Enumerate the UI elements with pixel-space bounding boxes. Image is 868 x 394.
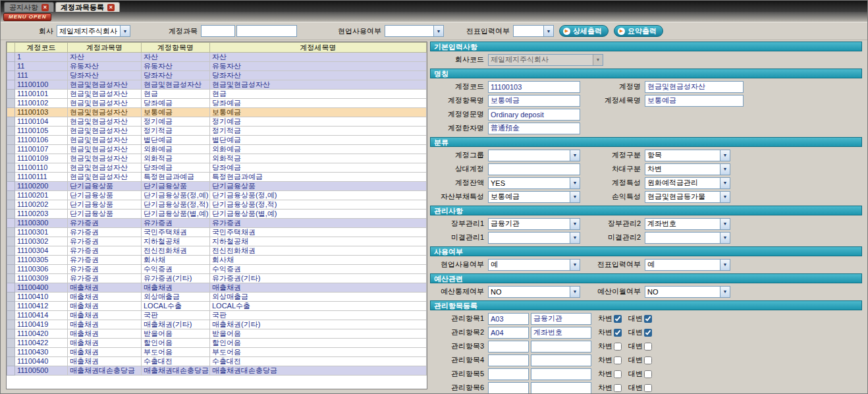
cell-subject[interactable]: 유가증권	[68, 237, 142, 246]
cell-subject[interactable]: 현금및현금성자산	[68, 163, 142, 173]
table-row[interactable]: 11100201단기금융상품단기금융상품(정,예)단기금융상품(정,예)	[7, 191, 427, 200]
table-row[interactable]: 11100111현금및현금성자산특정현금과예금특정현금과예금	[7, 173, 427, 182]
cell-detail[interactable]: 당좌자산	[210, 71, 427, 80]
cell-detail[interactable]: 특정현금과예금	[210, 173, 427, 182]
cell-detail[interactable]: 현금및현금성자산	[210, 80, 427, 90]
asset-trait-select[interactable]: 보통예금 ▼	[488, 191, 580, 203]
cell-subject[interactable]: 유가증권	[68, 228, 142, 237]
account-code-search-input[interactable]	[201, 25, 235, 37]
row-selector[interactable]	[7, 311, 15, 320]
cell-detail[interactable]: 부도어음	[210, 348, 427, 357]
cell-subject[interactable]: 단기금융상품	[68, 182, 142, 191]
cell-detail[interactable]: 회사채	[210, 256, 427, 265]
cell-subject[interactable]: 자산	[68, 53, 142, 62]
cell-item[interactable]: 당좌예금	[142, 99, 210, 108]
cell-detail[interactable]: 외화적금	[210, 154, 427, 163]
cell-item[interactable]: 국판	[142, 311, 210, 320]
cell-subject[interactable]: 현금및현금성자산	[68, 173, 142, 182]
cell-detail[interactable]: 자산	[210, 53, 427, 62]
cell-item[interactable]: 받을어음	[142, 329, 210, 339]
cell-item[interactable]: 매출채권	[142, 283, 210, 293]
cell-subject[interactable]: 유가증권	[68, 256, 142, 265]
table-row[interactable]: 11100412매출채권LOCAL수출LOCAL수출	[7, 302, 427, 311]
cell-subject[interactable]: 현금및현금성자산	[68, 154, 142, 163]
cell-subject[interactable]: 현금및현금성자산	[68, 117, 142, 127]
mgmt-item-debit-checkbox[interactable]	[614, 356, 622, 364]
mgmt-item-credit-checkbox[interactable]	[644, 356, 652, 364]
cell-code[interactable]: 11100200	[15, 182, 68, 191]
table-row[interactable]: 11100302유가증권지하철공채지하철공채	[7, 237, 427, 246]
table-row[interactable]: 11100107현금및현금성자산외화예금외화예금	[7, 145, 427, 154]
cell-detail[interactable]: 국민주택채권	[210, 228, 427, 237]
cell-subject[interactable]: 매출채권대손충당금	[68, 366, 142, 376]
row-selector[interactable]	[7, 53, 15, 62]
mgmt-item-name-input[interactable]	[531, 368, 591, 380]
cell-subject[interactable]: 단기금융상품	[68, 210, 142, 219]
table-row[interactable]: 11100100현금및현금성자산현금및현금성자산현금및현금성자산	[7, 80, 427, 90]
account-trait-select[interactable]: 원화예적금관리 ▼	[645, 177, 730, 189]
cell-detail[interactable]: 매출채권	[210, 283, 427, 293]
row-selector[interactable]	[7, 293, 15, 302]
cell-item[interactable]: 국민주택채권	[142, 228, 210, 237]
table-row[interactable]: 11100419매출채권매출채권(기타)매출채권(기타)	[7, 320, 427, 329]
account-name-search-input[interactable]	[236, 25, 297, 37]
cell-subject[interactable]: 매출채권	[68, 320, 142, 329]
cell-subject[interactable]: 유동자산	[68, 62, 142, 71]
table-row[interactable]: 1자산자산자산	[7, 53, 427, 62]
cell-code[interactable]: 11100201	[15, 191, 68, 200]
table-row[interactable]: 11100110현금및현금성자산당좌예금당좌예금	[7, 163, 427, 173]
cell-detail[interactable]: 유동자산	[210, 62, 427, 71]
cell-subject[interactable]: 매출채권	[68, 311, 142, 320]
row-selector[interactable]	[7, 357, 15, 366]
row-selector[interactable]	[7, 117, 15, 127]
cell-item[interactable]: 부도어음	[142, 348, 210, 357]
summary-print-button[interactable]: ▶ 요약출력	[614, 25, 663, 37]
debit-credit-division-select[interactable]: 차변 ▼	[645, 163, 730, 175]
cell-item[interactable]: 단기금융상품(별,예)	[142, 210, 210, 219]
table-row[interactable]: 11100430매출채권부도어음부도어음	[7, 348, 427, 357]
row-selector[interactable]	[7, 228, 15, 237]
cell-code[interactable]: 11100302	[15, 237, 68, 246]
mgmt-item-code-input[interactable]	[488, 368, 529, 380]
mgmt-item-code-input[interactable]	[488, 382, 529, 394]
book-mgmt2-select[interactable]: 계좌번호 ▼	[645, 218, 730, 230]
cell-detail[interactable]: 단기금융상품	[210, 182, 427, 191]
cell-code[interactable]: 11100102	[15, 99, 68, 108]
row-selector[interactable]	[7, 200, 15, 210]
cell-detail[interactable]: LOCAL수출	[210, 302, 427, 311]
table-row[interactable]: 11100301유가증권국민주택채권국민주택채권	[7, 228, 427, 237]
cell-item[interactable]: 정기적금	[142, 127, 210, 136]
table-row[interactable]: 11100203단기금융상품단기금융상품(별,예)단기금융상품(별,예)	[7, 210, 427, 219]
row-selector[interactable]	[7, 127, 15, 136]
cell-item[interactable]: 현금및현금성자산	[142, 80, 210, 90]
row-selector[interactable]	[7, 283, 15, 293]
cell-code[interactable]: 1	[15, 53, 68, 62]
row-selector[interactable]	[7, 108, 15, 117]
open-mgmt2-select[interactable]: ▼	[645, 232, 730, 244]
cell-subject[interactable]: 유가증권	[68, 219, 142, 228]
cell-detail[interactable]: 매출채권대손충당금	[210, 366, 427, 376]
cell-subject[interactable]: 매출채권	[68, 293, 142, 302]
cell-item[interactable]: 단기금융상품	[142, 182, 210, 191]
mgmt-item-credit-checkbox[interactable]	[644, 329, 652, 337]
table-row[interactable]: 11100309유가증권유가증권(기타)유가증권(기타)	[7, 274, 427, 283]
detail-name-input[interactable]	[645, 95, 744, 107]
table-row[interactable]: 11100106현금및현금성자산별단예금별단예금	[7, 136, 427, 145]
cell-subject[interactable]: 현금및현금성자산	[68, 145, 142, 154]
cell-item[interactable]: 매출채권(기타)	[142, 320, 210, 329]
menu-open-button[interactable]: MENU OPEN	[3, 13, 51, 21]
cell-code[interactable]: 11100300	[15, 219, 68, 228]
row-selector[interactable]	[7, 145, 15, 154]
mgmt-item-code-input[interactable]	[488, 354, 529, 366]
cell-item[interactable]: 유동자산	[142, 62, 210, 71]
table-row[interactable]: 111당좌자산당좌자산당좌자산	[7, 71, 427, 80]
cell-subject[interactable]: 매출채권	[68, 339, 142, 348]
row-selector[interactable]	[7, 320, 15, 329]
mgmt-item-debit-checkbox[interactable]	[614, 384, 622, 392]
cell-subject[interactable]: 매출채권	[68, 283, 142, 293]
cell-item[interactable]: 자산	[142, 53, 210, 62]
cell-code[interactable]: 11100412	[15, 302, 68, 311]
cell-code[interactable]: 11100305	[15, 256, 68, 265]
row-selector[interactable]	[7, 191, 15, 200]
cell-item[interactable]: 수익증권	[142, 265, 210, 274]
